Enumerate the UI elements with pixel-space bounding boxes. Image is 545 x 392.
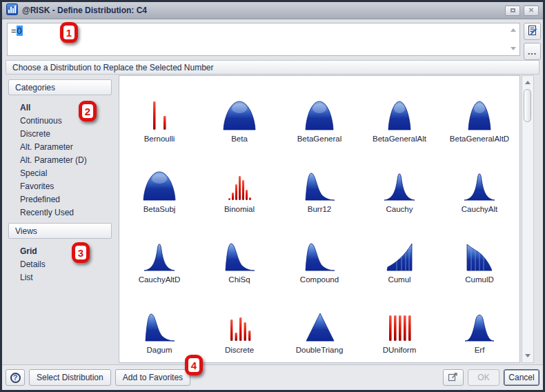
binomial-distribution-icon <box>217 168 261 203</box>
category-alt-parameter-d[interactable]: Alt. Parameter (D) <box>12 153 114 166</box>
view-grid[interactable]: Grid <box>12 244 114 257</box>
edit-formula-button[interactable] <box>524 23 541 40</box>
distribution-grid: BernoulliBetaBetaGeneralBetaGeneralAltBe… <box>119 75 520 363</box>
category-favorites[interactable]: Favorites <box>12 179 114 193</box>
distribution-label: DUniform <box>383 346 417 354</box>
distribution-tile-chisq[interactable]: ChiSq <box>199 219 279 290</box>
scroll-down-icon[interactable] <box>525 354 531 357</box>
distribution-tile-binomial[interactable]: Binomial <box>199 149 279 219</box>
cumuld-distribution-icon <box>457 239 502 273</box>
callout-1-badge: 1 <box>60 22 78 43</box>
distribution-tile-betageneralalt[interactable]: BetaGeneralAlt <box>359 79 439 149</box>
cauchyalt-distribution-icon <box>457 168 502 203</box>
categories-list: AllContinuousDiscreteAlt. ParameterAlt. … <box>12 101 114 219</box>
distribution-label: Burr12 <box>308 205 332 213</box>
help-icon: ? <box>10 373 21 383</box>
distribution-label: BetaGeneralAlt <box>373 135 426 143</box>
callout-4-badge: 4 <box>185 355 203 375</box>
views-list: GridDetailsList <box>12 244 114 284</box>
formula-scroll-up-icon[interactable] <box>511 28 516 32</box>
scrollbar-thumb[interactable] <box>524 89 531 122</box>
distribution-label: Discrete <box>225 346 254 354</box>
export-button[interactable] <box>443 369 464 386</box>
distribution-tile-cauchy[interactable]: Cauchy <box>359 149 439 219</box>
distribution-label: CauchyAlt <box>462 205 497 213</box>
select-distribution-button[interactable]: Select Distribution <box>29 369 111 386</box>
distribution-tile-betageneral[interactable]: BetaGeneral <box>279 79 359 149</box>
distribution-tile-discrete[interactable]: Discrete <box>199 290 279 360</box>
betageneralalt-distribution-icon <box>377 98 422 133</box>
betageneralaltd-distribution-icon <box>457 98 502 133</box>
maximize-icon <box>511 8 515 12</box>
distribution-tile-bernoulli[interactable]: Bernoulli <box>119 79 199 149</box>
export-icon <box>448 372 459 384</box>
distribution-tile-erf[interactable]: Erf <box>439 290 519 360</box>
burr12-distribution-icon <box>297 168 341 203</box>
distribution-label: ChiSq <box>228 275 250 284</box>
chisq-distribution-icon <box>217 239 261 273</box>
distribution-label: Compound <box>300 275 339 284</box>
vertical-scrollbar[interactable] <box>522 75 534 363</box>
formula-input[interactable]: =0 <box>7 23 520 56</box>
callout-2-badge: 2 <box>79 101 97 121</box>
app-icon <box>6 3 18 18</box>
titlebar: @RISK - Define Distribution: C4 ✕ <box>2 2 543 19</box>
ok-button[interactable]: OK <box>468 369 499 386</box>
category-predefined[interactable]: Predefined <box>12 193 114 206</box>
betageneral-distribution-icon <box>297 98 341 133</box>
category-continuous[interactable]: Continuous <box>12 114 114 127</box>
betasubj-distribution-icon <box>137 168 181 203</box>
distribution-tile-duniform[interactable]: DUniform <box>359 290 439 360</box>
distribution-label: BetaGeneral <box>297 135 342 143</box>
help-button[interactable]: ? <box>6 369 25 386</box>
distribution-tile-cumul[interactable]: Cumul <box>359 219 439 290</box>
distribution-tile-cauchyalt[interactable]: CauchyAlt <box>439 149 519 219</box>
distribution-label: Cumul <box>388 275 410 284</box>
views-header[interactable]: Views <box>8 223 112 239</box>
maximize-button[interactable] <box>505 6 520 16</box>
bernoulli-distribution-icon <box>137 98 181 133</box>
view-details[interactable]: Details <box>12 257 114 271</box>
formula-prefix: = <box>11 26 17 36</box>
distribution-label: Bernoulli <box>144 135 175 143</box>
distribution-label: Cauchy <box>386 205 413 213</box>
distribution-label: Erf <box>475 346 485 354</box>
cauchy-distribution-icon <box>377 168 422 203</box>
distribution-tile-betasubj[interactable]: BetaSubj <box>119 149 199 219</box>
distribution-tile-compound[interactable]: Compound <box>279 219 359 290</box>
distribution-label: Binomial <box>224 205 255 213</box>
distribution-tile-cumuld[interactable]: CumulD <box>439 219 519 290</box>
cumul-distribution-icon <box>377 239 422 273</box>
distribution-tile-dagum[interactable]: Dagum <box>119 290 199 360</box>
cancel-button[interactable]: Cancel <box>504 369 539 386</box>
view-list[interactable]: List <box>12 271 114 284</box>
duniform-distribution-icon <box>377 309 422 344</box>
category-special[interactable]: Special <box>12 166 114 179</box>
category-alt-parameter[interactable]: Alt. Parameter <box>12 140 114 153</box>
category-discrete[interactable]: Discrete <box>12 127 114 140</box>
add-to-favorites-button[interactable]: Add to Favorites <box>115 369 190 386</box>
formula-selected-value: 0 <box>17 26 23 36</box>
distribution-tile-burr12[interactable]: Burr12 <box>279 149 359 219</box>
cauchyaltd-distribution-icon <box>137 239 181 273</box>
more-options-button[interactable]: ... <box>524 43 541 60</box>
category-recently-used[interactable]: Recently Used <box>12 206 114 219</box>
distribution-label: BetaGeneralAltD <box>450 135 509 143</box>
distribution-tile-doubletriang[interactable]: DoubleTriang <box>279 290 359 360</box>
category-all[interactable]: All <box>12 101 114 114</box>
distribution-label: BetaSubj <box>143 205 176 213</box>
dagum-distribution-icon <box>137 309 181 344</box>
distribution-tile-betageneralaltd[interactable]: BetaGeneralAltD <box>439 79 519 149</box>
erf-distribution-icon <box>457 309 502 344</box>
scroll-up-icon[interactable] <box>525 81 531 84</box>
distribution-tile-beta[interactable]: Beta <box>199 79 279 149</box>
formula-scroll-down-icon[interactable] <box>511 47 516 50</box>
discrete-distribution-icon <box>217 309 261 344</box>
distribution-tile-cauchyaltd[interactable]: CauchyAltD <box>119 219 199 290</box>
close-button[interactable]: ✕ <box>524 6 539 16</box>
categories-header[interactable]: Categories <box>8 79 112 95</box>
section-header: Choose a Distribution to Replace the Sel… <box>6 60 539 75</box>
compound-distribution-icon <box>297 239 341 273</box>
edit-formula-icon <box>527 25 538 39</box>
statusbar: ? Select Distribution Add to Favorites O… <box>2 364 543 390</box>
